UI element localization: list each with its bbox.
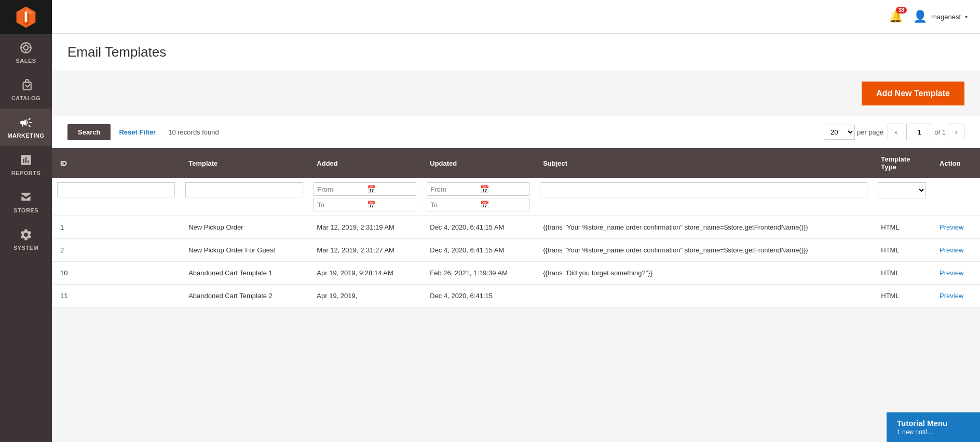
sidebar-item-label: MARKETING: [7, 132, 44, 139]
next-page-button[interactable]: ›: [948, 124, 964, 140]
sidebar-item-system[interactable]: SYSTEM: [0, 221, 52, 258]
filter-updated-to-input[interactable]: [430, 201, 477, 209]
col-added: Added: [308, 148, 421, 178]
cell-subject: {{trans "Did you forget something?"}}: [535, 262, 873, 285]
page-number-input[interactable]: [906, 124, 932, 140]
sidebar-item-label: SALES: [16, 58, 36, 64]
per-page-label: per page: [857, 128, 883, 136]
col-template-type: TemplateType: [873, 148, 931, 178]
pagination-controls: 20 50 100 per page ‹ of 1 ›: [824, 124, 964, 140]
filter-bar: Search Reset Filter 10 records found 20 …: [52, 116, 980, 148]
cell-type: HTML: [873, 262, 931, 285]
filter-added-range: 📅 📅: [314, 182, 416, 211]
calendar-icon[interactable]: 📅: [367, 200, 376, 209]
username: magenest: [931, 13, 961, 21]
table-header-row: ID Template Added Updated Subject Templa…: [52, 148, 980, 178]
magento-logo-icon: [15, 6, 37, 29]
table-row: 2 New Pickup Order For Guest Mar 12, 201…: [52, 239, 980, 262]
page-content: Email Templates Add New Template Search …: [52, 34, 980, 442]
user-dropdown-arrow: ▾: [965, 14, 968, 20]
cell-subject: {{trans "Your %store_name order confirma…: [535, 239, 873, 262]
cell-added: Mar 12, 2019, 2:31:19 AM: [308, 216, 421, 239]
cell-updated: Dec 4, 2020, 6:41:15 AM: [421, 216, 535, 239]
filter-added-cell: 📅 📅: [308, 178, 421, 216]
filter-added-to-wrap: 📅: [314, 198, 416, 211]
tutorial-menu-label: Tutorial Menu: [897, 419, 970, 427]
filter-subject-cell: [535, 178, 873, 216]
filter-template-cell: [180, 178, 308, 216]
filter-id-input[interactable]: [57, 182, 175, 197]
cell-updated: Dec 4, 2020, 6:41:15: [421, 285, 535, 307]
calendar-icon[interactable]: 📅: [367, 185, 376, 193]
dollar-icon: [19, 41, 33, 55]
sidebar: SALES CATALOG MARKETING REPORTS STORES S…: [0, 0, 52, 442]
box-icon: [19, 78, 33, 92]
calendar-icon[interactable]: 📅: [480, 200, 489, 209]
filter-added-from-input[interactable]: [317, 185, 364, 193]
email-templates-table: ID Template Added Updated Subject Templa…: [52, 148, 980, 307]
user-icon: 👤: [913, 10, 927, 23]
page-of-label: of 1: [934, 128, 946, 136]
col-template: Template: [180, 148, 308, 178]
tutorial-menu[interactable]: Tutorial Menu 1 new notif...: [887, 412, 980, 442]
sidebar-item-marketing[interactable]: MARKETING: [0, 109, 52, 146]
preview-link[interactable]: Preview: [940, 223, 963, 231]
col-id: ID: [52, 148, 180, 178]
sidebar-item-reports[interactable]: REPORTS: [0, 146, 52, 183]
sidebar-item-stores[interactable]: STORES: [0, 183, 52, 221]
table-row: 11 Abandoned Cart Template 2 Apr 19, 201…: [52, 285, 980, 307]
main-content: 🔔 38 👤 magenest ▾ Email Templates Add Ne…: [52, 0, 980, 442]
cell-template: New Pickup Order: [180, 216, 308, 239]
notification-bell[interactable]: 🔔 38: [889, 10, 903, 23]
cell-id: 1: [52, 216, 180, 239]
sidebar-item-label: STORES: [13, 207, 38, 213]
cell-added: Apr 19, 2019, 9:28:14 AM: [308, 262, 421, 285]
records-count: 10 records found: [168, 128, 219, 136]
filter-updated-from-wrap: 📅: [427, 182, 529, 196]
preview-link[interactable]: Preview: [940, 292, 963, 300]
filter-subject-input[interactable]: [540, 182, 867, 197]
reset-filter-button[interactable]: Reset Filter: [119, 128, 156, 136]
filter-type-cell: HTML Text: [873, 178, 931, 216]
cell-template: New Pickup Order For Guest: [180, 239, 308, 262]
sidebar-item-label: REPORTS: [11, 170, 41, 176]
col-action: Action: [931, 148, 980, 178]
gear-icon: [19, 228, 33, 242]
sidebar-item-label: CATALOG: [11, 95, 40, 101]
cell-added: Mar 12, 2019, 2:31:27 AM: [308, 239, 421, 262]
topbar: 🔔 38 👤 magenest ▾: [52, 0, 980, 34]
cell-updated: Dec 4, 2020, 6:41:15 AM: [421, 239, 535, 262]
cell-template: Abandoned Cart Template 1: [180, 262, 308, 285]
per-page-select: 20 50 100 per page: [824, 125, 883, 140]
per-page-dropdown[interactable]: 20 50 100: [824, 125, 855, 140]
filter-updated-range: 📅 📅: [427, 182, 529, 211]
bar-chart-icon: [19, 153, 33, 167]
cell-id: 10: [52, 262, 180, 285]
filter-template-input[interactable]: [185, 182, 303, 197]
tutorial-menu-sub: 1 new notif...: [897, 428, 970, 436]
table-row: 1 New Pickup Order Mar 12, 2019, 2:31:19…: [52, 216, 980, 239]
col-updated: Updated: [421, 148, 535, 178]
filter-updated-from-input[interactable]: [430, 185, 477, 193]
cell-type: HTML: [873, 285, 931, 307]
sidebar-logo: [0, 0, 52, 34]
cell-updated: Feb 26, 2021, 1:19:39 AM: [421, 262, 535, 285]
preview-link[interactable]: Preview: [940, 269, 963, 277]
add-new-template-button[interactable]: Add New Template: [862, 82, 964, 105]
filter-added-from-wrap: 📅: [314, 182, 416, 196]
search-button[interactable]: Search: [67, 124, 111, 140]
filter-updated-cell: 📅 📅: [421, 178, 535, 216]
page-title: Email Templates: [67, 44, 964, 60]
sidebar-item-catalog[interactable]: CATALOG: [0, 71, 52, 109]
calendar-icon[interactable]: 📅: [480, 185, 489, 193]
filter-action-cell: [931, 178, 980, 216]
cell-action: Preview: [931, 285, 980, 307]
filter-added-to-input[interactable]: [317, 201, 364, 209]
svg-rect-4: [25, 11, 28, 22]
cell-type: HTML: [873, 216, 931, 239]
preview-link[interactable]: Preview: [940, 246, 963, 254]
sidebar-item-sales[interactable]: SALES: [0, 34, 52, 71]
prev-page-button[interactable]: ‹: [888, 124, 904, 140]
filter-type-select[interactable]: HTML Text: [878, 182, 926, 198]
user-menu[interactable]: 👤 magenest ▾: [913, 10, 968, 23]
